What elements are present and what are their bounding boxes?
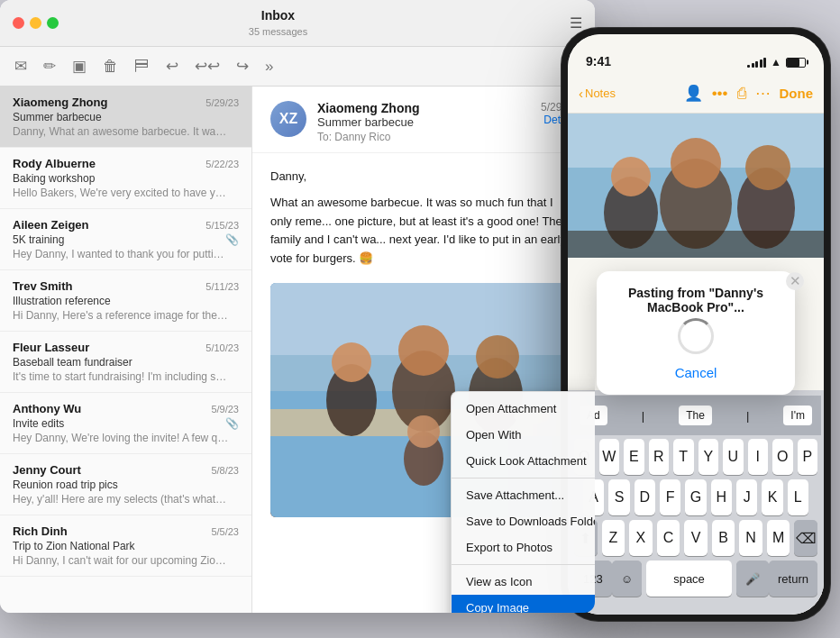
key-L[interactable]: L — [788, 479, 808, 515]
key-Z[interactable]: Z — [602, 520, 625, 556]
subject-0: Summer barbecue — [13, 111, 102, 123]
key-C[interactable]: C — [657, 520, 680, 556]
compose-icon[interactable]: ✏ — [43, 57, 56, 76]
flag-icon[interactable]: ⛿ — [134, 58, 150, 76]
key-T[interactable]: T — [673, 439, 694, 475]
key-K[interactable]: K — [762, 479, 782, 515]
notes-ellipsis-icon[interactable]: ••• — [712, 85, 728, 103]
key-R[interactable]: R — [649, 439, 670, 475]
subject-5: Invite edits — [13, 417, 64, 430]
key-E[interactable]: E — [624, 439, 644, 475]
key-Y[interactable]: Y — [698, 439, 719, 475]
notes-done-button[interactable]: Done — [780, 86, 814, 101]
mail-body: Xiaomeng Zhong 5/29/23 Summer barbecue D… — [0, 87, 595, 613]
pasting-cancel-button[interactable]: Cancel — [611, 365, 781, 380]
trash-icon[interactable]: 🗑 — [103, 58, 118, 76]
sender-4: Fleur Lasseur — [13, 341, 89, 354]
menu-quick-look[interactable]: Quick Look Attachment — [452, 448, 595, 474]
key-U[interactable]: U — [723, 439, 744, 475]
status-time: 9:41 — [586, 54, 611, 68]
wifi-icon: ▲ — [771, 56, 781, 68]
space-label: space — [673, 572, 705, 586]
menu-export-photos[interactable]: Export to Photos — [452, 534, 595, 561]
key-H[interactable]: H — [711, 479, 732, 515]
inbox-item-7[interactable]: Rich Dinh 5/5/23 Trip to Zion National P… — [0, 515, 251, 577]
date-5: 5/9/23 — [211, 404, 239, 415]
keyboard-row-1: Q W E R T Y U I O P — [571, 439, 821, 475]
reply-icon[interactable]: ↩ — [166, 57, 178, 76]
key-N[interactable]: N — [739, 520, 762, 556]
key-P[interactable]: P — [798, 439, 818, 475]
sender-6: Jenny Court — [13, 463, 81, 477]
date-4: 5/10/23 — [205, 342, 239, 353]
menu-separator-2 — [452, 564, 595, 565]
notes-back-button[interactable]: ‹ Notes — [579, 86, 616, 101]
attachment-icon-2: 📎 — [225, 233, 239, 246]
preview-0: Danny, What an awesome barbecue. It was … — [13, 125, 229, 138]
notes-person-icon[interactable]: 👤 — [684, 84, 703, 103]
return-key[interactable]: return — [769, 561, 817, 597]
inbox-item-6[interactable]: Jenny Court 5/8/23 Reunion road trip pic… — [0, 454, 251, 515]
email-subject: Summer barbecue — [317, 115, 530, 129]
suggestion-separator-1: | — [642, 409, 644, 423]
iphone-keyboard[interactable]: Ad | The | I'm Q W E R T Y U I O — [568, 390, 824, 615]
more-icon[interactable]: » — [265, 58, 273, 76]
menu-copy-image[interactable]: Copy Image — [452, 595, 595, 613]
notes-nav-bar: ‹ Notes 👤 ••• ⎙ ⋯ Done — [568, 74, 824, 114]
suggestion-im[interactable]: I'm — [783, 406, 812, 425]
body-text: What an awesome barbecue. It was so much… — [270, 194, 577, 269]
battery-icon — [786, 58, 806, 68]
key-G[interactable]: G — [685, 479, 706, 515]
inbox-item-3[interactable]: Trev Smith 5/11/23 Illustration referenc… — [0, 270, 251, 332]
key-V[interactable]: V — [684, 520, 708, 556]
backspace-key[interactable]: ⌫ — [794, 520, 817, 556]
notes-share-icon[interactable]: ⎙ — [737, 85, 746, 103]
key-B[interactable]: B — [712, 520, 735, 556]
menu-save-attachment[interactable]: Save Attachment... — [452, 482, 595, 508]
signal-bar-3 — [755, 61, 758, 68]
key-M[interactable]: M — [767, 520, 790, 556]
preview-3: Hi Danny, Here's a reference image for t… — [13, 309, 229, 322]
inbox-item-0[interactable]: Xiaomeng Zhong 5/29/23 Summer barbecue D… — [0, 87, 251, 148]
sender-3: Trev Smith — [13, 279, 72, 293]
archive-icon[interactable]: ▣ — [72, 57, 87, 76]
key-X[interactable]: X — [629, 520, 653, 556]
pasting-dialog: Pasting from "Danny's MacBook Pro"... Ca… — [597, 271, 795, 395]
space-key[interactable]: space — [646, 561, 732, 597]
subject-6: Reunion road trip pics — [13, 478, 118, 491]
key-O[interactable]: O — [772, 439, 793, 475]
key-D[interactable]: D — [635, 479, 655, 515]
inbox-item-2[interactable]: Aileen Zeigen 5/15/23 5K training 📎 Hey … — [0, 209, 251, 270]
mail-toolbar: ✉ ✏ ▣ 🗑 ⛿ ↩ ↩↩ ↪ » 🔍 — [0, 47, 595, 87]
new-message-icon[interactable]: ✉ — [14, 57, 27, 76]
reply-all-icon[interactable]: ↩↩ — [195, 57, 220, 76]
iphone-device: 9:41 ▲ ‹ Notes — [561, 27, 831, 622]
preview-7: Hi Danny, I can't wait for our upcoming … — [13, 554, 229, 567]
suggestion-the[interactable]: The — [679, 406, 712, 425]
mail-window: Inbox 35 messages ☰ ✉ ✏ ▣ 🗑 ⛿ ↩ ↩↩ ↪ » 🔍… — [0, 0, 595, 613]
forward-icon[interactable]: ↪ — [236, 57, 249, 76]
body-greeting: Danny, — [270, 168, 577, 187]
emoji-key[interactable]: ☺ — [612, 561, 642, 597]
mic-key[interactable]: 🎤 — [736, 561, 769, 597]
menu-save-downloads[interactable]: Save to Downloads Folder — [452, 508, 595, 534]
date-7: 5/5/23 — [211, 526, 239, 537]
email-image-area: Open Attachment Open With › Quick Look A… — [270, 283, 577, 517]
menu-view-icon[interactable]: View as Icon — [452, 569, 595, 595]
inbox-item-1[interactable]: Rody Albuerne 5/22/23 Baking workshop He… — [0, 148, 251, 209]
menu-open-with[interactable]: Open With › — [452, 422, 595, 448]
notes-more-icon[interactable]: ⋯ — [755, 84, 771, 103]
keyboard-row-3: ⬆ Z X C V B N M ⌫ — [571, 520, 821, 556]
back-chevron-icon: ‹ — [579, 86, 583, 101]
menu-open-attachment[interactable]: Open Attachment — [452, 396, 595, 422]
sidebar-toggle-icon[interactable]: ☰ — [570, 14, 582, 32]
key-W[interactable]: W — [599, 439, 620, 475]
iphone-screen: 9:41 ▲ ‹ Notes — [568, 34, 824, 615]
key-S[interactable]: S — [608, 479, 629, 515]
key-J[interactable]: J — [736, 479, 757, 515]
pasting-dismiss-button[interactable]: ✕ — [786, 272, 804, 290]
key-F[interactable]: F — [660, 479, 680, 515]
inbox-item-5[interactable]: Anthony Wu 5/9/23 Invite edits 📎 Hey Dan… — [0, 393, 251, 454]
inbox-item-4[interactable]: Fleur Lasseur 5/10/23 Baseball team fund… — [0, 332, 251, 393]
key-I[interactable]: I — [748, 439, 769, 475]
